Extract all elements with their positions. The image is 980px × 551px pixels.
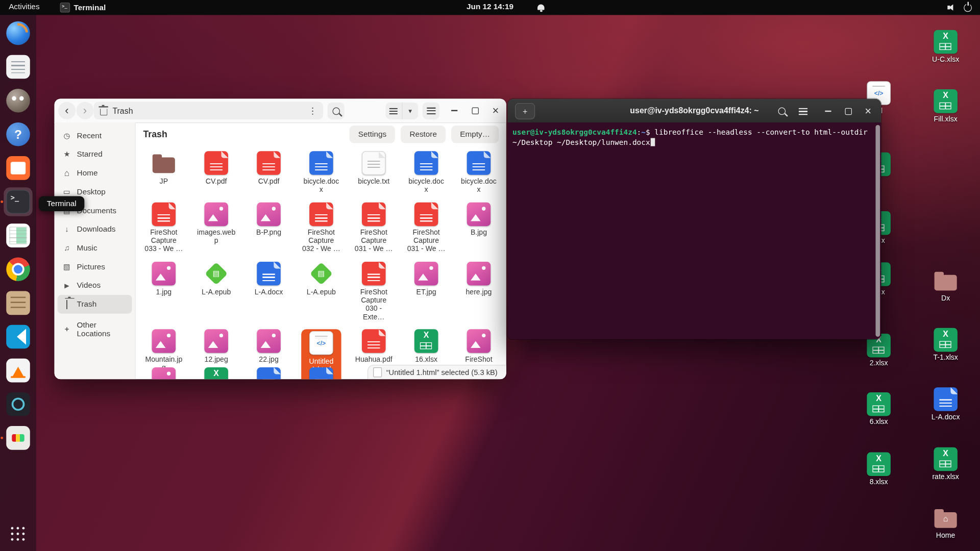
terminal-menu-button[interactable] [795,103,812,119]
desktop-icon-label: 8.xlsx [870,478,888,486]
sidebar-item-downloads[interactable]: Downloads [58,220,132,239]
location-menu-icon[interactable] [308,105,317,116]
trash-settings-button[interactable]: Settings [350,126,396,143]
sidebar-label: Music [77,244,97,253]
clock[interactable]: Jun 12 14:19 [0,3,980,11]
sidebar-item-other-locations[interactable]: Other Locations [58,320,132,339]
file-item[interactable]: FireShot Capture 033 - We … [137,202,190,253]
back-button[interactable] [58,102,76,119]
folder-icon [934,269,958,293]
file-item[interactable]: FireShot Capture 031 - We … [400,202,453,253]
forward-button[interactable] [76,102,93,119]
trash-empty-button[interactable]: Empty… [451,126,499,143]
desktop-icon[interactable]: T-1.xlsx [921,328,971,362]
sidebar-item-recent[interactable]: Recent [58,126,132,145]
plus-icon [62,325,71,334]
power-icon[interactable] [964,4,972,12]
desktop-icon[interactable]: 6.xlsx [854,392,904,426]
file-item[interactable]: bicycle.docx [295,151,348,194]
desktop-icon[interactable]: Fill.xlsx [921,89,971,123]
file-item[interactable]: CV.pdf [242,151,295,194]
dock-item-libreoffice-impress[interactable] [4,154,32,182]
sidebar-item-starred[interactable]: Starred [58,145,132,164]
window-menu-button[interactable] [423,103,439,119]
desktop-icon[interactable]: Dx [921,269,971,303]
dock-item-libreoffice-calc[interactable] [4,221,32,249]
view-switcher[interactable] [386,103,419,119]
dock-item-chrome[interactable] [4,255,32,284]
minimize-button[interactable] [446,102,463,119]
file-item[interactable]: FireShot Capture 032 - We … [295,202,348,253]
trash-restore-button[interactable]: Restore [401,126,446,143]
dock-item-blue-ring-app[interactable] [4,390,32,418]
file-item[interactable]: 1.jpg [137,262,190,321]
show-applications-button[interactable] [10,526,27,542]
file-item[interactable]: FireShot Capture 030 - Exte… [348,262,400,321]
image-file-icon [152,262,176,286]
dock-item-firefox[interactable] [4,19,32,47]
terminal-scrollbar[interactable] [876,125,880,337]
file-item[interactable]: L-A.docx [242,262,295,321]
dock-item-help[interactable] [4,120,32,148]
desktop-icon[interactable]: U-C.xlsx [921,30,971,64]
xlsx-file-icon [934,328,958,352]
sidebar-item-music[interactable]: Music [58,239,132,258]
xlsx-file-icon [204,367,228,379]
music-note-icon [62,244,71,253]
file-item[interactable]: bicycle.txt [348,151,400,194]
close-button[interactable] [487,102,504,119]
file-label: L-A.epub [202,288,231,296]
file-item[interactable] [295,367,348,379]
volume-icon[interactable] [947,4,956,11]
file-item[interactable] [242,367,295,379]
sidebar-item-pictures[interactable]: Pictures [58,257,132,276]
file-item[interactable]: JP [137,151,190,194]
maximize-button[interactable] [466,102,483,119]
desktop-icon-home[interactable]: Home [921,506,971,540]
desktop-icon[interactable]: L-A.docx [921,387,971,421]
notification-bell-icon[interactable] [537,5,544,10]
file-item[interactable]: L-A.epub [295,262,348,321]
terminal-search-button[interactable] [774,103,790,119]
terminal-maximize-button[interactable] [840,103,856,119]
terminal-screen[interactable]: user@iv-yds8okrgg0cva4ffi4z4:~$libreoffi… [507,122,881,339]
file-item[interactable]: here.jpg [453,262,505,321]
location-bar[interactable]: Trash [94,102,323,119]
desktop-icon[interactable]: rate.xlsx [921,447,971,481]
file-item[interactable]: bicycle.docx [400,151,453,194]
dock-item-document-viewer[interactable] [4,53,32,81]
file-item[interactable]: bicycle.docx [453,151,505,194]
terminal-minimize-button[interactable] [820,103,837,119]
sidebar-item-trash[interactable]: Trash [58,295,132,314]
file-label: bicycle.docx [302,178,340,194]
file-item[interactable]: FireShot Capture 031 - We … [348,202,400,253]
file-item[interactable] [137,367,190,379]
trash-icon [62,300,71,309]
dock-item-vlc[interactable] [4,356,32,385]
dock-item-software-store[interactable] [4,423,32,452]
file-item[interactable]: ET.jpg [400,262,453,321]
dock-item-file-manager[interactable] [4,289,32,317]
sidebar-item-videos[interactable]: Videos [58,276,132,295]
list-view-button[interactable] [386,103,402,119]
file-item[interactable]: images.webp [190,202,242,253]
xlsx-file-icon [867,392,891,416]
home-folder-icon [934,506,958,530]
dock-item-vscode[interactable] [4,322,32,351]
file-item[interactable]: B.jpg [453,202,505,253]
sidebar-item-home[interactable]: Home [58,164,132,183]
prompt-user-host: user@iv-yds8okrgg0cva4ffi4z4 [512,128,637,137]
file-item[interactable]: L-A.epub [190,262,242,321]
terminal-close-button[interactable] [860,103,876,119]
scrollbar-thumb[interactable] [876,125,880,337]
view-options-dropdown[interactable] [402,103,418,119]
dock-item-terminal[interactable] [4,187,32,216]
file-item[interactable]: CV.pdf [190,151,242,194]
file-item[interactable]: B-P.png [242,202,295,253]
maximize-icon [845,108,851,114]
dock-item-gimp[interactable] [4,86,32,115]
search-button[interactable] [328,103,345,119]
download-icon [62,225,71,234]
desktop-icon[interactable]: 8.xlsx [854,453,904,486]
file-item[interactable] [190,367,242,379]
